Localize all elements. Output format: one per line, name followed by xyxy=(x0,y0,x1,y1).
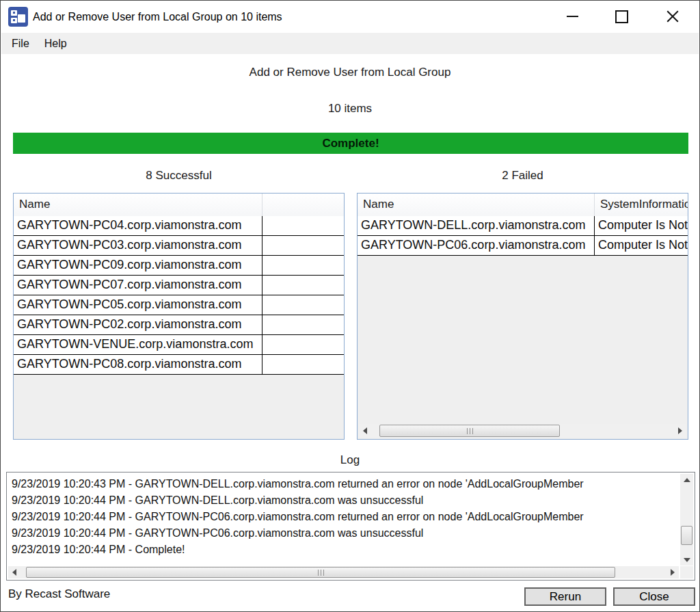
log-entry: 9/23/2019 10:20:44 PM - Complete! xyxy=(12,542,678,558)
scrollbar-thumb[interactable] xyxy=(379,425,560,437)
table-row[interactable]: GARYTOWN-DELL.corp.viamonstra.com Comput… xyxy=(358,216,688,236)
scroll-right-icon[interactable] xyxy=(674,424,686,438)
thumb-grip-icon xyxy=(467,428,473,434)
empty-cell xyxy=(262,295,344,315)
computer-name-cell: GARYTOWN-PC02.corp.viamonstra.com xyxy=(14,315,262,334)
table-row[interactable]: GARYTOWN-PC05.corp.viamonstra.com xyxy=(14,295,344,315)
scroll-left-icon[interactable] xyxy=(8,566,21,578)
log-vertical-scrollbar[interactable] xyxy=(680,474,693,566)
minimize-button[interactable] xyxy=(557,1,587,32)
empty-cell xyxy=(262,216,344,235)
computer-name-cell: GARYTOWN-VENUE.corp.viamonstra.com xyxy=(14,335,262,354)
computer-name-cell: GARYTOWN-PC05.corp.viamonstra.com xyxy=(14,295,262,315)
log-heading: Log xyxy=(1,453,699,467)
menu-item[interactable]: Help xyxy=(37,33,75,54)
failed-horizontal-scrollbar[interactable] xyxy=(359,424,686,438)
title-bar: Add or Remove User from Local Group on 1… xyxy=(1,1,699,33)
scroll-up-icon[interactable] xyxy=(680,474,693,485)
failed-heading: 2 Failed xyxy=(357,169,688,183)
credit-label: By Recast Software xyxy=(8,587,110,601)
empty-cell xyxy=(262,335,344,354)
computer-name-cell: GARYTOWN-PC08.corp.viamonstra.com xyxy=(14,355,262,374)
empty-cell xyxy=(262,355,344,374)
column-header-systeminformation[interactable]: SystemInformation xyxy=(595,194,688,216)
successful-rows: GARYTOWN-PC04.corp.viamonstra.com GARYTO… xyxy=(14,216,344,375)
scroll-right-icon[interactable] xyxy=(667,566,679,578)
app-icon xyxy=(8,7,28,27)
menu-bar: File Help xyxy=(1,33,699,54)
table-row[interactable]: GARYTOWN-PC09.corp.viamonstra.com xyxy=(14,256,344,276)
log-entry: 9/23/2019 10:20:44 PM - GARYTOWN-PC06.co… xyxy=(12,525,678,542)
empty-cell xyxy=(262,315,344,334)
close-window-button[interactable] xyxy=(658,1,688,32)
computer-name-cell: GARYTOWN-PC04.corp.viamonstra.com xyxy=(14,216,262,235)
empty-cell xyxy=(262,276,344,295)
table-row[interactable]: GARYTOWN-VENUE.corp.viamonstra.com xyxy=(14,335,344,355)
log-entry: 9/23/2019 10:20:44 PM - GARYTOWN-DELL.co… xyxy=(12,492,678,509)
maximize-button[interactable] xyxy=(606,1,636,32)
table-row[interactable]: GARYTOWN-PC06.corp.viamonstra.com Comput… xyxy=(358,236,688,256)
status-banner: Complete! xyxy=(13,133,688,154)
menu-item[interactable]: File xyxy=(4,33,37,54)
close-button[interactable]: Close xyxy=(613,587,695,606)
log-horizontal-scrollbar[interactable] xyxy=(8,566,679,578)
column-header-name[interactable]: Name xyxy=(358,194,595,216)
item-count-label: 10 items xyxy=(1,102,699,116)
log-entries: 9/23/2019 10:20:43 PM - GARYTOWN-DELL.co… xyxy=(9,474,678,566)
computer-name-cell: GARYTOWN-DELL.corp.viamonstra.com xyxy=(358,216,595,235)
app-window: Add or Remove User from Local Group on 1… xyxy=(0,0,700,612)
close-icon xyxy=(667,10,679,23)
scrollbar-thumb[interactable] xyxy=(26,567,615,578)
failed-rows: GARYTOWN-DELL.corp.viamonstra.com Comput… xyxy=(358,216,688,256)
log-panel[interactable]: 9/23/2019 10:20:43 PM - GARYTOWN-DELL.co… xyxy=(6,472,695,581)
failed-table-header: Name SystemInformation xyxy=(358,194,688,217)
table-row[interactable]: GARYTOWN-PC03.corp.viamonstra.com xyxy=(14,236,344,256)
computer-name-cell: GARYTOWN-PC06.corp.viamonstra.com xyxy=(358,236,595,255)
table-row[interactable]: GARYTOWN-PC02.corp.viamonstra.com xyxy=(14,315,344,335)
computer-name-cell: GARYTOWN-PC03.corp.viamonstra.com xyxy=(14,236,262,255)
error-info-cell: Computer Is Not xyxy=(595,216,688,235)
error-info-cell: Computer Is Not xyxy=(595,236,688,255)
successful-table-header: Name xyxy=(14,194,344,217)
empty-cell xyxy=(262,236,344,255)
column-header-empty[interactable] xyxy=(262,194,344,216)
scrollbar-thumb[interactable] xyxy=(681,526,692,545)
failed-table: Name SystemInformation GARYTOWN-DELL.cor… xyxy=(357,193,688,440)
successful-heading: 8 Successful xyxy=(13,169,345,183)
table-row[interactable]: GARYTOWN-PC08.corp.viamonstra.com xyxy=(14,355,344,375)
computer-name-cell: GARYTOWN-PC09.corp.viamonstra.com xyxy=(14,256,262,275)
minimize-icon xyxy=(567,16,578,17)
log-entry: 9/23/2019 10:20:44 PM - GARYTOWN-PC06.co… xyxy=(12,509,678,525)
empty-cell xyxy=(262,256,344,275)
thumb-grip-icon xyxy=(318,570,324,576)
successful-table: Name GARYTOWN-PC04.corp.viamonstra.com G… xyxy=(13,193,345,440)
page-title: Add or Remove User from Local Group xyxy=(1,66,699,79)
scroll-left-icon[interactable] xyxy=(359,424,371,438)
scrollbar-corner xyxy=(680,566,693,578)
table-row[interactable]: GARYTOWN-PC07.corp.viamonstra.com xyxy=(14,276,344,295)
status-text: Complete! xyxy=(322,137,379,150)
rerun-button[interactable]: Rerun xyxy=(524,587,606,606)
log-entry: 9/23/2019 10:20:43 PM - GARYTOWN-DELL.co… xyxy=(12,476,678,492)
table-row[interactable]: GARYTOWN-PC04.corp.viamonstra.com xyxy=(14,216,344,236)
window-title: Add or Remove User from Local Group on 1… xyxy=(33,1,282,33)
scroll-down-icon[interactable] xyxy=(680,554,693,566)
column-header-name[interactable]: Name xyxy=(14,194,262,216)
maximize-icon xyxy=(615,10,628,23)
computer-name-cell: GARYTOWN-PC07.corp.viamonstra.com xyxy=(14,276,262,295)
